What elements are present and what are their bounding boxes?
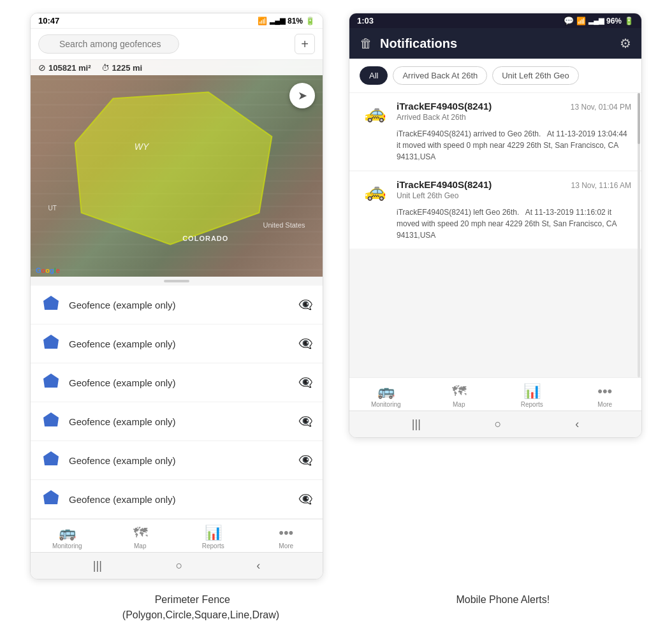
signal-icon: ▂▄▆: [270, 17, 285, 25]
notif-title-row: iTrackEF4940S(8241) 13 Nov, 11:16 AM: [397, 179, 631, 190]
recent-apps-button-right[interactable]: |||: [412, 418, 421, 431]
notif-title-row: iTrackEF4940S(8241) 13 Nov, 01:04 PM: [397, 101, 631, 112]
wifi-icon: 📶: [258, 17, 267, 25]
nav-more[interactable]: ••• More: [267, 525, 305, 549]
map-background: ⊘ 105821 mi² ⏱ 1225 mi ➤ WY COLORADO UT …: [31, 60, 323, 277]
distance-value: 1225 mi: [112, 63, 143, 73]
car-avatar: 🚕: [360, 101, 390, 124]
monitoring-label-right: Monitoring: [371, 401, 401, 408]
chat-icon: 💬: [564, 16, 574, 25]
visibility-icon[interactable]: 👁‍🗨: [298, 337, 312, 351]
list-item[interactable]: Geofence (example only) 👁‍🗨: [31, 286, 323, 324]
home-button-right[interactable]: ○: [495, 418, 502, 431]
nav-monitoring-right[interactable]: 🚌 Monitoring: [367, 383, 405, 408]
more-label: More: [279, 542, 293, 549]
scrollbar-thumb: [638, 93, 640, 144]
battery-icon: 🔋: [305, 17, 315, 25]
recent-apps-button[interactable]: |||: [93, 559, 102, 572]
tab-all[interactable]: All: [360, 66, 388, 85]
right-status-icons: 💬 📶 ▂▄▆ 96% 🔋: [564, 16, 634, 25]
search-input[interactable]: [38, 34, 179, 54]
left-phone: 10:47 📶 ▂▄▆ 81% 🔋 🔍 +: [30, 13, 323, 579]
nav-map[interactable]: 🗺 Map: [121, 525, 159, 549]
svg-marker-4: [43, 335, 59, 349]
notifications-list: 🚕 iTrackEF4940S(8241) 13 Nov, 01:04 PM A…: [349, 93, 641, 377]
distance-stat: ⏱ 1225 mi: [101, 63, 143, 73]
notification-card[interactable]: 🚕 iTrackEF4940S(8241) 13 Nov, 11:16 AM U…: [349, 171, 641, 249]
clock-icon: ⏱: [101, 63, 110, 73]
home-button[interactable]: ○: [176, 559, 183, 572]
geofence-name: Geofence (example only): [69, 494, 291, 505]
signal-icon-right: ▂▄▆: [588, 17, 604, 25]
filter-tabs: All Arrived Back At 26th Unit Left 26th …: [349, 59, 641, 93]
geofence-name: Geofence (example only): [69, 338, 291, 349]
list-item[interactable]: Geofence (example only) 👁‍🗨: [31, 363, 323, 402]
visibility-icon[interactable]: 👁‍🗨: [298, 414, 312, 428]
right-time: 1:03: [357, 16, 374, 25]
svg-marker-3: [43, 296, 59, 310]
tab-left[interactable]: Unit Left 26th Geo: [492, 66, 579, 85]
list-item[interactable]: Geofence (example only) 👁‍🗨: [31, 441, 323, 480]
svg-marker-8: [43, 490, 59, 504]
geofence-polygon-icon: [41, 489, 61, 509]
svg-marker-7: [43, 451, 59, 465]
battery-text-right: 96%: [606, 17, 622, 25]
notification-card[interactable]: 🚕 iTrackEF4940S(8241) 13 Nov, 01:04 PM A…: [349, 93, 641, 170]
visibility-icon[interactable]: 👁‍🗨: [298, 453, 312, 467]
google-logo: Google: [36, 266, 60, 274]
notif-info: iTrackEF4940S(8241) 13 Nov, 01:04 PM Arr…: [397, 101, 631, 124]
geofence-polygon-icon: [41, 295, 61, 315]
nav-reports-right[interactable]: 📊 Reports: [513, 383, 551, 408]
list-item[interactable]: Geofence (example only) 👁‍🗨: [31, 324, 323, 363]
settings-icon[interactable]: ⚙: [620, 36, 631, 51]
left-caption-text: Perimeter Fence(Polygon,Circle,Square,Li…: [122, 594, 279, 620]
scrollbar[interactable]: [638, 93, 640, 377]
map-label: Map: [134, 542, 146, 549]
nav-reports[interactable]: 📊 Reports: [194, 525, 232, 549]
location-button[interactable]: ➤: [289, 83, 315, 108]
more-icon-right: •••: [597, 383, 612, 400]
list-item[interactable]: Geofence (example only) 👁‍🗨: [31, 480, 323, 519]
notif-info: iTrackEF4940S(8241) 13 Nov, 11:16 AM Uni…: [397, 179, 631, 203]
notif-timestamp: 13 Nov, 01:04 PM: [571, 103, 631, 112]
reports-label-right: Reports: [521, 401, 543, 408]
visibility-icon[interactable]: 👁‍🗨: [298, 375, 312, 389]
tab-arrived[interactable]: Arrived Back At 26th: [393, 66, 487, 85]
map-label-right: Map: [453, 401, 465, 408]
map-label-colorado: COLORADO: [182, 235, 228, 242]
nav-map-right[interactable]: 🗺 Map: [440, 383, 478, 408]
right-phone: 1:03 💬 📶 ▂▄▆ 96% 🔋 🗑 Notifications ⚙ All…: [349, 13, 642, 438]
notif-body-text: iTrackEF4940S(8241) left Geo 26th. At 11…: [397, 207, 631, 241]
nav-monitoring[interactable]: 🚌 Monitoring: [48, 525, 86, 549]
notif-event-type: Unit Left 26th Geo: [397, 191, 631, 200]
right-android-nav: ||| ○ ‹: [349, 411, 641, 437]
right-status-bar: 1:03 💬 📶 ▂▄▆ 96% 🔋: [349, 13, 641, 28]
add-geofence-button[interactable]: +: [295, 34, 315, 54]
list-item[interactable]: Geofence (example only) 👁‍🗨: [31, 402, 323, 441]
back-button-right[interactable]: ‹: [575, 418, 579, 431]
visibility-icon[interactable]: 👁‍🗨: [298, 492, 312, 506]
more-label-right: More: [597, 401, 612, 408]
battery-icon-right: 🔋: [624, 17, 634, 25]
visibility-icon[interactable]: 👁‍🗨: [298, 298, 312, 312]
notif-timestamp: 13 Nov, 11:16 AM: [571, 181, 632, 190]
battery-text: 81%: [288, 17, 303, 25]
search-bar: 🔍 +: [31, 29, 323, 60]
car-avatar: 🚕: [360, 179, 390, 202]
wifi-icon-right: 📶: [576, 17, 586, 25]
reports-icon: 📊: [205, 525, 222, 541]
notif-device-name: iTrackEF4940S(8241): [397, 101, 492, 112]
geofence-list: Geofence (example only) 👁‍🗨 Geofence (ex…: [31, 286, 323, 519]
notifications-scroll: 🚕 iTrackEF4940S(8241) 13 Nov, 01:04 PM A…: [349, 93, 641, 377]
back-button[interactable]: ‹: [256, 559, 260, 572]
area-stat: ⊘ 105821 mi²: [38, 62, 91, 73]
right-caption-text: Mobile Phone Alerts!: [456, 594, 550, 605]
notif-header-row: 🚕 iTrackEF4940S(8241) 13 Nov, 11:16 AM U…: [360, 179, 631, 203]
nav-more-right[interactable]: ••• More: [586, 383, 624, 408]
delete-icon[interactable]: 🗑: [360, 36, 372, 51]
left-status-bar: 10:47 📶 ▂▄▆ 81% 🔋: [31, 13, 323, 29]
map-area: ⊘ 105821 mi² ⏱ 1225 mi ➤ WY COLORADO UT …: [31, 60, 323, 277]
reports-label: Reports: [202, 542, 224, 549]
more-icon: •••: [279, 525, 293, 541]
right-bottom-nav: 🚌 Monitoring 🗺 Map 📊 Reports ••• More: [349, 377, 641, 411]
